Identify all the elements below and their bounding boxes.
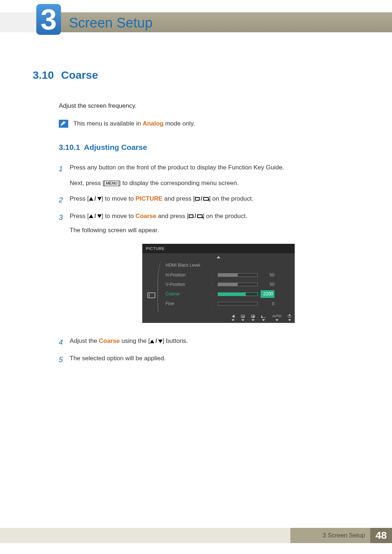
rect-arrow-icon — [203, 197, 209, 201]
step-body: Adjust the Coarse using the [/] buttons. — [70, 336, 188, 346]
osd-body: HDMI Black Level H-Position : 50 V-Posit… — [142, 253, 295, 323]
note-text: This menu is available in Analog mode on… — [73, 120, 195, 127]
chapter-badge: 3 — [36, 4, 61, 35]
note-prefix: This menu is available in — [73, 120, 143, 127]
step-number: 4 — [59, 336, 64, 348]
header-band-left — [0, 12, 36, 32]
osd-slider — [218, 292, 258, 296]
osd-auto-label: AUTO — [272, 314, 281, 321]
up-down-icon: / — [89, 211, 102, 222]
note-row: This menu is available in Analog mode on… — [59, 120, 352, 128]
triangle-down-icon — [97, 197, 102, 201]
osd-row-label: HDMI Black Level — [166, 262, 209, 269]
step-number: 5 — [59, 353, 64, 366]
step-number: 3 — [59, 211, 64, 223]
osd-footer: AUTO — [142, 312, 295, 323]
osd-minus-icon — [241, 314, 245, 321]
footer-chapter-label: 3 Screen Setup — [290, 528, 370, 543]
triangle-up-icon — [89, 197, 93, 201]
osd-slider — [218, 283, 258, 286]
osd-row-value: 50 — [261, 271, 274, 279]
section-title: Coarse — [61, 69, 98, 81]
osd-power-icon — [288, 314, 291, 321]
osd-slider — [218, 273, 258, 277]
step-body: The selected option will be applied. — [70, 353, 166, 364]
step-number: 2 — [59, 194, 64, 206]
up-down-icon: / — [150, 336, 163, 346]
page-footer: 3 Screen Setup 48 — [0, 528, 392, 543]
osd-row: Fine : 0 — [142, 299, 295, 308]
note-highlight: Analog — [143, 120, 164, 127]
step-body: Press [/] to move to Coarse and press [/… — [70, 211, 295, 331]
section-number: 3.10 — [33, 69, 58, 81]
osd-row-active: Coarse : 2200 — [142, 289, 295, 299]
chapter-number: 3 — [41, 5, 57, 34]
step-text: Next, press [MENU] to display the corres… — [70, 178, 284, 189]
note-icon — [59, 120, 68, 128]
steps-list: 1 Press any button on the front of the p… — [59, 163, 352, 366]
highlight-text: Coarse — [99, 337, 120, 344]
osd-row-label: Coarse — [166, 290, 209, 297]
osd-row-label: H-Position — [166, 271, 209, 279]
step-4: 4 Adjust the Coarse using the [/] button… — [59, 336, 352, 348]
rect-icon — [195, 197, 200, 201]
osd-row: HDMI Black Level — [142, 260, 295, 270]
osd-row-label: Fine — [166, 300, 209, 307]
step-text: Press any button on the front of the pro… — [70, 163, 284, 173]
menu-button-label: MENU — [104, 181, 119, 186]
step-number: 1 — [59, 163, 64, 175]
osd-title: PICTURE — [142, 244, 295, 254]
osd-row-value: 0 — [261, 300, 274, 307]
step-3: 3 Press [/] to move to Coarse and press … — [59, 211, 352, 331]
step-5: 5 The selected option will be applied. — [59, 353, 352, 366]
triangle-up-icon — [150, 340, 154, 343]
step-body: Press [/] to move to PICTURE and press [… — [70, 194, 253, 204]
osd-slider — [218, 302, 258, 305]
highlight-text: PICTURE — [135, 195, 163, 202]
triangle-down-icon — [97, 214, 102, 218]
rect-icon — [189, 214, 193, 218]
subsection-title: Adjusting Coarse — [84, 143, 147, 151]
osd-back-icon — [232, 314, 234, 321]
footer-page-number: 48 — [370, 528, 392, 543]
step-text: The following screen will appear. — [70, 225, 295, 236]
step-1: 1 Press any button on the front of the p… — [59, 163, 352, 189]
up-down-icon: / — [89, 194, 102, 204]
triangle-down-icon — [158, 340, 163, 343]
osd-row: H-Position : 50 — [142, 270, 295, 280]
source-enter-icon: / — [195, 194, 209, 204]
osd-row-value: 50 — [261, 281, 274, 288]
rect-arrow-icon — [197, 214, 203, 218]
content-area: 3.10 Coarse Adjust the screen frequency.… — [33, 69, 352, 371]
osd-scroll-up-icon — [142, 255, 295, 259]
section-heading: 3.10 Coarse — [33, 69, 352, 81]
osd-category-icon — [147, 292, 155, 298]
osd-row: V-Position : 50 — [142, 280, 295, 289]
chapter-title: Screen Setup — [69, 15, 152, 31]
triangle-up-icon — [89, 214, 93, 218]
note-suffix: mode only. — [163, 120, 195, 127]
subsection-number: 3.10.1 — [59, 143, 80, 151]
step-2: 2 Press [/] to move to PICTURE and press… — [59, 194, 352, 206]
osd-plus-icon — [251, 314, 255, 321]
subsection-heading: 3.10.1 Adjusting Coarse — [59, 143, 352, 152]
osd-menu: PICTURE HDMI Black Level H-Position : 5 — [142, 244, 295, 323]
highlight-text: Coarse — [135, 213, 156, 219]
section-intro: Adjust the screen frequency. — [59, 102, 352, 110]
osd-enter-icon — [261, 314, 266, 321]
footer-light-segment — [0, 528, 290, 543]
step-body: Press any button on the front of the pro… — [70, 163, 284, 189]
osd-row-value: 2200 — [261, 290, 274, 297]
osd-row-label: V-Position — [166, 281, 209, 288]
source-enter-icon: / — [189, 211, 203, 222]
